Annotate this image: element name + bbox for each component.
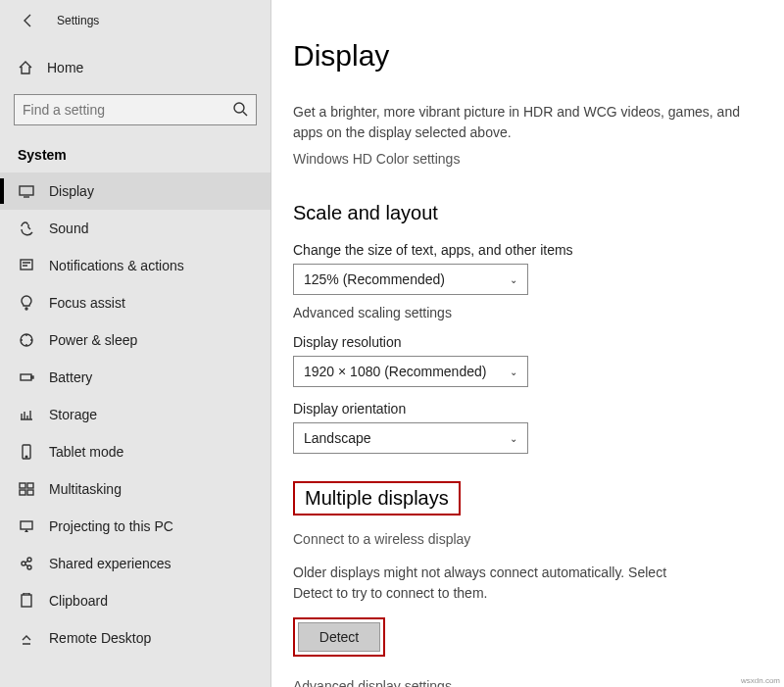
nav-icon (18, 368, 35, 386)
nav-label: Remote Desktop (49, 630, 151, 646)
svg-rect-5 (21, 374, 31, 380)
home-nav[interactable]: Home (0, 49, 270, 86)
section-label: System (18, 147, 270, 163)
nav-label: Sound (49, 221, 88, 236)
page-title: Display (293, 39, 745, 73)
sidebar-nav: DisplaySoundNotifications & actionsFocus… (0, 172, 270, 657)
nav-icon (18, 629, 35, 647)
scale-label: Change the size of text, apps, and other… (293, 242, 745, 258)
search-input[interactable] (23, 102, 232, 118)
nav-label: Power & sleep (49, 332, 137, 348)
scale-value: 125% (Recommended) (304, 271, 445, 287)
nav-icon (18, 406, 35, 423)
sidebar-item-focus-assist[interactable]: Focus assist (0, 284, 270, 321)
res-select[interactable]: 1920 × 1080 (Recommended) ⌄ (293, 356, 528, 387)
res-label: Display resolution (293, 334, 745, 350)
home-label: Home (47, 60, 83, 75)
back-button[interactable] (18, 10, 39, 31)
nav-label: Tablet mode (49, 444, 123, 460)
nav-icon (18, 555, 35, 572)
hdr-desc: Get a brighter, more vibrant picture in … (293, 102, 745, 143)
nav-label: Shared experiences (49, 556, 172, 571)
nav-icon (18, 592, 35, 610)
adv-display-link[interactable]: Advanced display settings (293, 678, 745, 687)
nav-label: Focus assist (49, 295, 125, 311)
nav-label: Battery (49, 369, 92, 385)
sidebar-item-remote-desktop[interactable]: Remote Desktop (0, 619, 270, 657)
search-icon (232, 101, 248, 120)
window-title: Settings (57, 14, 99, 27)
svg-rect-2 (21, 260, 32, 270)
svg-rect-6 (31, 376, 33, 378)
sidebar-item-display[interactable]: Display (0, 172, 270, 210)
svg-rect-12 (27, 490, 33, 495)
chevron-down-icon: ⌄ (510, 433, 517, 444)
svg-point-0 (234, 103, 244, 113)
watermark: wsxdn.com (741, 676, 780, 685)
sidebar-item-projecting-to-this-pc[interactable]: Projecting to this PC (0, 508, 270, 545)
titlebar: Settings (0, 0, 270, 41)
multi-header-highlight: Multiple displays (293, 481, 461, 515)
orient-select[interactable]: Landscape ⌄ (293, 422, 528, 454)
home-icon (18, 60, 33, 75)
svg-rect-11 (20, 490, 25, 495)
nav-icon (18, 182, 35, 200)
sidebar-item-shared-experiences[interactable]: Shared experiences (0, 545, 270, 582)
sidebar: Settings Home System DisplaySoundNotific… (0, 0, 271, 687)
svg-point-8 (25, 456, 27, 458)
sidebar-item-notifications-actions[interactable]: Notifications & actions (0, 247, 270, 284)
nav-label: Notifications & actions (49, 258, 184, 273)
detect-hint: Older displays might not always connect … (293, 563, 685, 604)
nav-label: Display (49, 183, 94, 199)
res-value: 1920 × 1080 (Recommended) (304, 364, 486, 379)
detect-highlight: Detect (293, 617, 385, 657)
sidebar-item-tablet-mode[interactable]: Tablet mode (0, 433, 270, 470)
sidebar-item-power-sleep[interactable]: Power & sleep (0, 321, 270, 359)
nav-label: Multitasking (49, 481, 122, 497)
content: Display Get a brighter, more vibrant pic… (271, 0, 784, 687)
svg-rect-13 (21, 521, 32, 529)
arrow-left-icon (21, 13, 36, 28)
chevron-down-icon: ⌄ (510, 367, 517, 377)
sidebar-item-battery[interactable]: Battery (0, 359, 270, 396)
nav-label: Storage (49, 407, 97, 422)
scale-header: Scale and layout (293, 202, 745, 224)
orient-label: Display orientation (293, 401, 745, 417)
scale-select[interactable]: 125% (Recommended) ⌄ (293, 264, 528, 295)
wireless-link[interactable]: Connect to a wireless display (293, 531, 745, 547)
sidebar-item-sound[interactable]: Sound (0, 210, 270, 247)
sidebar-item-clipboard[interactable]: Clipboard (0, 582, 270, 619)
nav-icon (18, 220, 35, 237)
sidebar-item-multitasking[interactable]: Multitasking (0, 470, 270, 508)
nav-icon (18, 257, 35, 274)
detect-button[interactable]: Detect (298, 622, 380, 652)
svg-point-3 (25, 308, 27, 310)
nav-icon (18, 517, 35, 535)
svg-point-14 (22, 562, 25, 565)
svg-rect-10 (27, 483, 33, 488)
nav-icon (18, 331, 35, 349)
search-box[interactable] (14, 94, 257, 125)
chevron-down-icon: ⌄ (510, 274, 517, 285)
svg-rect-1 (20, 186, 33, 195)
nav-icon (18, 480, 35, 498)
svg-rect-9 (20, 483, 25, 488)
nav-label: Projecting to this PC (49, 518, 173, 534)
nav-icon (18, 443, 35, 461)
hdr-link[interactable]: Windows HD Color settings (293, 151, 745, 167)
svg-rect-17 (22, 595, 31, 607)
nav-label: Clipboard (49, 593, 108, 609)
sidebar-item-storage[interactable]: Storage (0, 396, 270, 433)
adv-scaling-link[interactable]: Advanced scaling settings (293, 305, 745, 320)
orient-value: Landscape (304, 430, 371, 446)
nav-icon (18, 294, 35, 312)
multi-header: Multiple displays (305, 487, 449, 510)
